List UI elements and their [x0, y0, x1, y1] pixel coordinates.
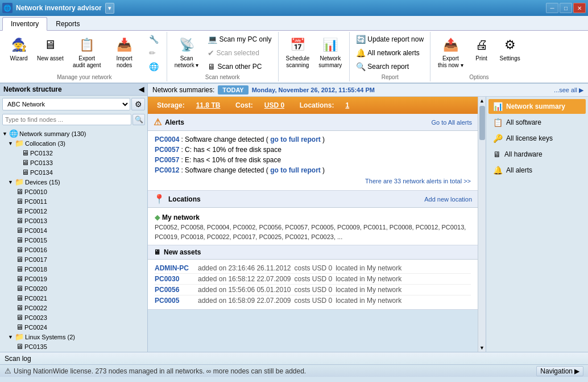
- close-button[interactable]: ✕: [573, 3, 586, 13]
- tab-reports[interactable]: Reports: [47, 17, 88, 30]
- content-with-scroll: Storage: 11.8 TB Cost: USD 0 Locations: …: [148, 97, 588, 352]
- asset-link[interactable]: ADMIN-PC: [155, 264, 194, 272]
- print-button[interactable]: 🖨 Print: [469, 33, 495, 65]
- search-button[interactable]: 🔍: [132, 114, 145, 125]
- list-item[interactable]: 🖥PC0012: [1, 206, 146, 216]
- tree-item-devices[interactable]: ▼ 📁 Devices (15): [1, 177, 146, 187]
- tree-item-pc0132[interactable]: 🖥 PC0132: [1, 148, 146, 158]
- scrollbar[interactable]: ▲ ▼: [478, 97, 486, 352]
- right-panel-network-summary[interactable]: 📊 Network summary: [488, 99, 586, 114]
- asset-link[interactable]: PC0030: [155, 275, 194, 283]
- alerts-section: ⚠ Alerts Go to All alerts PC0004 : Softw…: [148, 114, 478, 191]
- list-item[interactable]: 🖥PC0021: [1, 293, 146, 303]
- list-item[interactable]: 🖥PC0014: [1, 225, 146, 235]
- tree-item-pc0134[interactable]: 🖥 PC0134: [1, 167, 146, 177]
- tree-item-root[interactable]: ▼ 🌐 Network summary (130): [1, 129, 146, 138]
- tab-inventory[interactable]: Inventory: [2, 17, 47, 31]
- right-panel-all-alerts[interactable]: 🔔 All alerts: [488, 163, 586, 178]
- right-panel: 📊 Network summary 📋 All software 🔑 All l…: [486, 97, 588, 352]
- see-all-link[interactable]: ...see all ▶: [554, 87, 583, 94]
- right-panel-all-hardware[interactable]: 🖥 All hardware: [488, 147, 586, 162]
- asset-row: PC0030 added on 16:58:12 22.07.2009 cost…: [155, 274, 471, 285]
- tree-item-collocation[interactable]: ▼ 📁 Collocation (3): [1, 138, 146, 148]
- go-to-all-alerts-link[interactable]: Go to All alerts: [431, 119, 472, 126]
- new-asset-button[interactable]: 🖥 New asset: [33, 33, 68, 65]
- scan-my-pc-button[interactable]: 💻 Scan my PC only: [205, 33, 274, 46]
- app-title: Network inventory advisor: [16, 4, 102, 12]
- scroll-up-button[interactable]: ▲: [478, 97, 486, 105]
- scan-other-button[interactable]: 🖥 Scan other PC: [205, 60, 274, 73]
- network-select-row: ABC Network ⚙: [2, 98, 145, 110]
- schedule-scanning-button[interactable]: 📅 Schedulescanning: [282, 33, 314, 72]
- list-item[interactable]: 🖥PC0135: [1, 342, 146, 351]
- list-item[interactable]: 🖥PC0022: [1, 303, 146, 313]
- export-audit-icon: 📋: [78, 36, 96, 54]
- list-item[interactable]: 🖥PC0024: [1, 322, 146, 332]
- tree-item-linux[interactable]: ▼ 📁 Linux Systems (2): [1, 332, 146, 342]
- update-report-button[interactable]: 🔄 Update report now: [353, 33, 426, 46]
- alert-pc-link[interactable]: PC0004: [155, 135, 179, 143]
- asset-link[interactable]: PC0056: [155, 286, 194, 294]
- tree-item-pc0133[interactable]: 🖥 PC0133: [1, 158, 146, 167]
- ribbon-group-label-manage: Manage your network: [57, 73, 111, 81]
- export-now-button[interactable]: 📤 Exportthis now ▾: [434, 33, 467, 72]
- right-panel-all-license-keys[interactable]: 🔑 All license keys: [488, 131, 586, 146]
- list-item[interactable]: 🖥PC0010: [1, 187, 146, 196]
- list-item[interactable]: 🖥PC0019: [1, 274, 146, 284]
- alert-pc-link[interactable]: PC0012: [155, 166, 179, 174]
- export-audit-agent-button[interactable]: 📋 Export audit agent: [69, 33, 105, 72]
- asset-link[interactable]: PC0005: [155, 297, 194, 305]
- scroll-content[interactable]: ⚠ Alerts Go to All alerts PC0004 : Softw…: [148, 114, 478, 352]
- list-item[interactable]: 🖥PC0015: [1, 235, 146, 245]
- sidebar-collapse-icon[interactable]: ◀: [139, 85, 144, 93]
- restore-button[interactable]: □: [560, 3, 572, 13]
- all-network-alerts-button[interactable]: 🔔 All network alerts: [353, 47, 426, 59]
- scan-network-button[interactable]: 📡 Scannetwork ▾: [171, 33, 203, 72]
- rename-asset-button[interactable]: ✏: [146, 47, 163, 59]
- minimize-button[interactable]: ─: [546, 3, 558, 13]
- right-panel-all-software[interactable]: 📋 All software: [488, 115, 586, 130]
- asset-cost: costs USD 0: [295, 264, 333, 272]
- export-now-icon: 📤: [441, 36, 459, 54]
- asset-row: ADMIN-PC added on 23:16:46 26.11.2012 co…: [155, 263, 471, 274]
- scan-log-bar[interactable]: Scan log: [0, 352, 588, 364]
- network-summary-button[interactable]: 📊 Networksummary: [314, 33, 346, 72]
- scroll-thumb[interactable]: [479, 106, 485, 140]
- window-controls: ─ □ ✕: [546, 3, 586, 13]
- import-nodes-button[interactable]: 📥 Import nodes: [106, 33, 143, 72]
- search-report-button[interactable]: 🔍 Search report: [353, 60, 426, 73]
- title-bar: 🌐 Network inventory advisor ▾ ─ □ ✕: [0, 0, 588, 16]
- alerts-header: ⚠ Alerts Go to All alerts: [148, 114, 478, 131]
- add-location-link[interactable]: Add new location: [424, 196, 472, 203]
- list-item[interactable]: 🖥PC0017: [1, 254, 146, 264]
- scan-selected-button[interactable]: ✔ Scan selected: [205, 47, 274, 59]
- search-input[interactable]: [2, 114, 131, 125]
- alert-report-link[interactable]: go to full report: [270, 135, 321, 143]
- settings-button[interactable]: ⚙ Settings: [496, 33, 524, 65]
- alert-pc-link[interactable]: PC0057: [155, 146, 179, 154]
- alerts-more-link[interactable]: There are 33 network alerts in total >>: [155, 175, 471, 187]
- asset-cost: costs USD 0: [295, 286, 333, 294]
- update-report-icon: 🔄: [356, 35, 366, 44]
- network-dropdown[interactable]: ABC Network: [2, 98, 130, 110]
- alert-report-link[interactable]: go to full report: [270, 166, 321, 174]
- location-dot-icon: ◆: [155, 213, 160, 221]
- today-button[interactable]: TODAY: [218, 85, 248, 95]
- alert-pc-link[interactable]: PC0057: [155, 156, 179, 164]
- network-settings-button[interactable]: ⚙: [131, 98, 145, 110]
- search-box: 🔍: [2, 114, 145, 125]
- list-item[interactable]: 🖥PC0013: [1, 216, 146, 225]
- list-item[interactable]: 🖥PC0023: [1, 313, 146, 322]
- search-report-label: Search report: [367, 63, 409, 71]
- nav-label: Navigation: [540, 367, 573, 375]
- list-item[interactable]: 🖥PC0020: [1, 284, 146, 293]
- list-item[interactable]: 🖥PC0011: [1, 196, 146, 206]
- list-item[interactable]: 🖥PC0018: [1, 264, 146, 274]
- scroll-down-button[interactable]: ▼: [478, 344, 486, 352]
- manage-networks-button[interactable]: 🌐: [146, 60, 163, 73]
- navigation-button[interactable]: Navigation ▶: [536, 366, 583, 376]
- wizard-button[interactable]: 🧙 Wizard: [6, 33, 32, 65]
- manage-nodes-button[interactable]: 🔧: [146, 33, 163, 46]
- list-item[interactable]: 🖥PC0016: [1, 245, 146, 254]
- title-dropdown[interactable]: ▾: [105, 3, 114, 14]
